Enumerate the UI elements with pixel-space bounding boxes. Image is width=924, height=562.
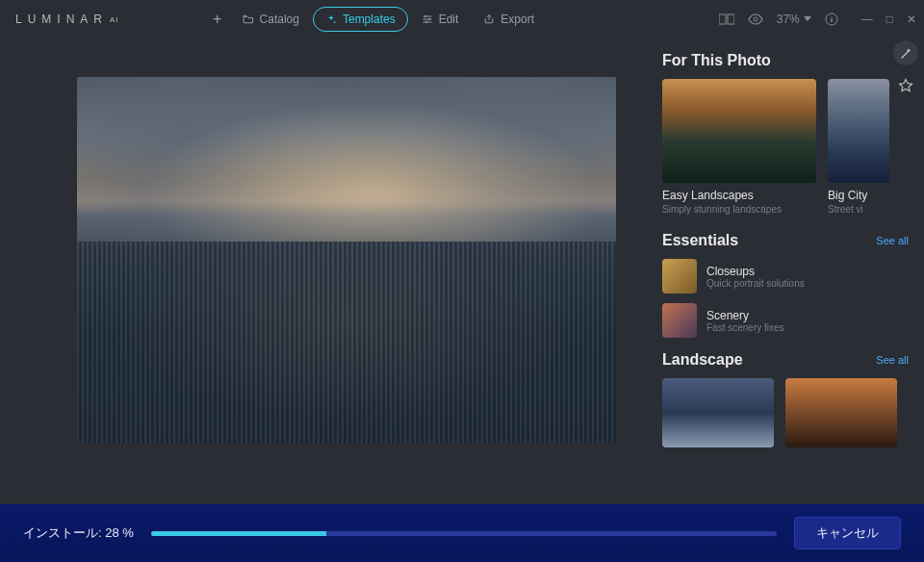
compare-icon[interactable]: [719, 13, 734, 25]
close-button[interactable]: ✕: [907, 13, 916, 26]
app-logo: LUMINARAI: [8, 13, 119, 26]
see-all-essentials[interactable]: See all: [876, 235, 909, 246]
minimize-button[interactable]: —: [861, 13, 873, 26]
cancel-button[interactable]: キャンセル: [794, 517, 901, 549]
essential-scenery[interactable]: Scenery Fast scenery fixes: [662, 303, 909, 338]
essential-sub: Quick portrait solutions: [706, 278, 805, 289]
folder-icon: [243, 13, 254, 25]
essential-thumb: [662, 303, 697, 338]
main-nav: + Catalog Templates Edit Export: [206, 7, 546, 32]
landscape-thumb-2[interactable]: [785, 378, 897, 447]
essential-text: Scenery Fast scenery fixes: [706, 309, 784, 333]
svg-point-2: [425, 21, 427, 23]
landscape-thumb-1[interactable]: [662, 378, 774, 447]
template-big-city[interactable]: Big City Street vi: [828, 79, 889, 215]
section-header-essentials: Essentials See all: [662, 232, 909, 249]
see-all-landscape[interactable]: See all: [876, 354, 909, 366]
essentials-title: Essentials: [662, 232, 738, 249]
svg-point-5: [754, 17, 757, 21]
template-sub: Simply stunning landscapes: [662, 204, 816, 215]
install-label: インストール: 28 %: [23, 524, 134, 542]
nav-templates[interactable]: Templates: [313, 7, 408, 32]
install-percent: 28 %: [105, 525, 134, 540]
info-icon[interactable]: [825, 13, 838, 26]
essential-title: Scenery: [706, 309, 784, 322]
add-button[interactable]: +: [206, 11, 229, 28]
nav-export[interactable]: Export: [472, 8, 546, 31]
section-header-landscape: Landscape See all: [662, 351, 909, 369]
main-photo[interactable]: [77, 77, 616, 443]
nav-catalog[interactable]: Catalog: [231, 8, 311, 31]
content-area: For This Photo Easy Landscapes Simply st…: [0, 38, 924, 504]
window-controls: — □ ✕: [861, 13, 916, 26]
magic-wand-icon[interactable]: [893, 40, 918, 65]
nav-templates-label: Templates: [343, 13, 396, 26]
zoom-text: 37%: [777, 13, 800, 26]
right-tools: 37% — □ ✕: [719, 13, 916, 26]
eye-icon[interactable]: [748, 13, 763, 25]
template-sub: Street vi: [828, 204, 889, 215]
install-bar: インストール: 28 % キャンセル: [0, 504, 924, 562]
essential-title: Closeups: [706, 265, 805, 278]
install-progress-fill: [151, 531, 326, 536]
for-this-photo-row: Easy Landscapes Simply stunning landscap…: [662, 79, 909, 215]
essential-thumb: [662, 259, 697, 294]
nav-edit-label: Edit: [439, 13, 459, 26]
install-progress: [151, 531, 777, 536]
zoom-level[interactable]: 37%: [777, 13, 811, 26]
app-name: LUMINAR: [15, 13, 108, 26]
nav-export-label: Export: [500, 13, 534, 26]
landscape-title: Landscape: [662, 351, 743, 369]
template-easy-landscapes[interactable]: Easy Landscapes Simply stunning landscap…: [662, 79, 816, 215]
section-header-forthisphoto: For This Photo: [662, 52, 909, 69]
maximize-button[interactable]: □: [886, 13, 893, 26]
sparkle-icon: [325, 13, 337, 25]
for-this-photo-title: For This Photo: [662, 52, 771, 69]
template-thumb: [662, 79, 816, 183]
floating-tools: [893, 40, 918, 98]
titlebar: LUMINARAI + Catalog Templates Edit Expo: [0, 0, 924, 38]
svg-point-0: [424, 15, 425, 17]
chevron-down-icon: [804, 16, 811, 22]
svg-rect-4: [728, 14, 734, 24]
nav-edit[interactable]: Edit: [410, 8, 471, 31]
favorite-star-icon[interactable]: [893, 73, 918, 98]
template-title: Easy Landscapes: [662, 189, 816, 202]
svg-point-1: [428, 18, 430, 20]
essential-text: Closeups Quick portrait solutions: [706, 265, 805, 289]
template-thumb: [828, 79, 889, 183]
svg-rect-3: [719, 14, 726, 24]
essential-sub: Fast scenery fixes: [706, 322, 784, 333]
sliders-icon: [422, 13, 433, 25]
template-title: Big City: [828, 189, 889, 202]
landscape-row: [662, 378, 909, 447]
canvas-area: [0, 38, 654, 504]
nav-catalog-label: Catalog: [260, 13, 299, 26]
essential-closeups[interactable]: Closeups Quick portrait solutions: [662, 259, 909, 294]
templates-panel: For This Photo Easy Landscapes Simply st…: [654, 38, 924, 504]
app-suffix: AI: [110, 15, 119, 24]
install-prefix: インストール:: [23, 525, 105, 540]
export-icon: [483, 13, 495, 25]
